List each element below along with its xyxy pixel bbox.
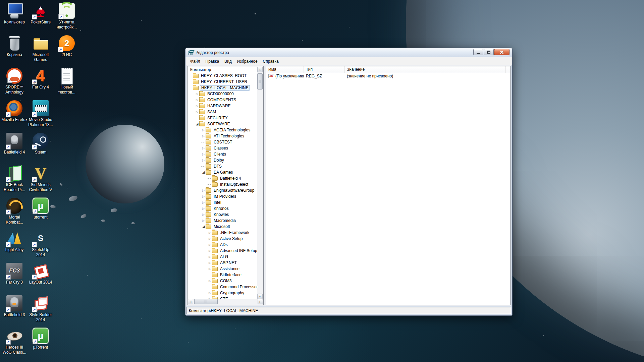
- desktop-icon-recycle-bin[interactable]: Корзина: [1, 35, 28, 57]
- desktop-icon-steam[interactable]: Steam: [28, 133, 54, 155]
- desktop-icon-mutorrent[interactable]: µµTorrent: [28, 328, 54, 350]
- column-header-значение[interactable]: Значение: [345, 66, 506, 73]
- expand-icon[interactable]: ▷: [195, 91, 199, 97]
- tree-item-software[interactable]: ◢SOFTWARE: [188, 121, 257, 127]
- expand-icon[interactable]: ▷: [201, 145, 206, 151]
- tree-item-sam[interactable]: ▷SAM: [188, 109, 257, 115]
- scroll-left-button[interactable]: ◄: [188, 299, 193, 304]
- column-header-имя[interactable]: Имя: [266, 66, 304, 73]
- desktop-icon-utorrent[interactable]: µutorrent: [28, 198, 54, 220]
- menu-item-файл[interactable]: Файл: [187, 58, 203, 65]
- tree-item-intel[interactable]: ▷Intel: [188, 199, 257, 205]
- desktop-icon-utility-settings[interactable]: Утилита настройк...: [54, 3, 80, 29]
- desktop-icon-sketchup-2014[interactable]: SSketchUp 2014: [28, 230, 54, 257]
- expand-icon[interactable]: ▷: [201, 205, 206, 212]
- desktop-icon-far-cry-4[interactable]: 4Far Cry 4: [28, 68, 54, 90]
- menu-item-вид[interactable]: Вид: [222, 58, 234, 65]
- tree-item-hkey-classes-root[interactable]: HKEY_CLASSES_ROOT: [188, 73, 257, 79]
- expand-icon[interactable]: ▷: [208, 230, 212, 236]
- menu-item-справка[interactable]: Справка: [260, 58, 281, 65]
- tree-item-ati-technologies[interactable]: ▷ATI Technologies: [188, 133, 257, 139]
- scroll-up-button[interactable]: ▲: [257, 67, 263, 72]
- maximize-button[interactable]: [484, 49, 494, 55]
- expand-icon[interactable]: ▷: [208, 236, 212, 242]
- desktop-icon-light-alloy[interactable]: Light Alloy: [1, 230, 28, 252]
- tree-item-ea-games[interactable]: ◢EA Games: [188, 169, 257, 175]
- desktop-icon-style-builder-2014[interactable]: Style Builder 2014: [28, 295, 54, 322]
- tree-item-dolby[interactable]: ▷Dolby: [188, 157, 257, 163]
- horizontal-scroll-thumb[interactable]: [194, 299, 218, 304]
- desktop-icon-battlefield-3[interactable]: Battlefield 3: [1, 295, 28, 317]
- collapse-icon[interactable]: ◢: [201, 169, 206, 175]
- desktop-icon-civilization-v[interactable]: VSid Meier's Civilization V: [28, 165, 54, 192]
- expand-icon[interactable]: ▷: [195, 97, 199, 103]
- desktop-icon-microsoft-games[interactable]: Microsoft Games: [28, 35, 54, 62]
- desktop-icon-layout-2014[interactable]: LayOut 2014: [28, 263, 54, 285]
- scroll-right-button[interactable]: ►: [258, 299, 263, 304]
- minimize-button[interactable]: [473, 49, 483, 55]
- tree-item-command-processor[interactable]: Command Processor: [188, 284, 257, 290]
- tree-item-im-providers[interactable]: ▷IM Providers: [188, 193, 257, 199]
- desktop-icon-spore-anthology[interactable]: SPORE™ Anthology: [1, 68, 28, 95]
- tree-item-ageia-technologies[interactable]: ▷AGEIA Technologies: [188, 127, 257, 133]
- tree-item-advanced-inf-setup[interactable]: ▷Advanced INF Setup: [188, 248, 257, 254]
- tree-item-hkey-current-user[interactable]: HKEY_CURRENT_USER: [188, 79, 257, 85]
- collapse-icon[interactable]: ◢: [201, 224, 206, 230]
- tree-item-netframework[interactable]: ▷.NETFramework: [188, 230, 257, 236]
- tree-item-com3[interactable]: ▷COM3: [188, 278, 257, 284]
- expand-icon[interactable]: ▷: [201, 199, 206, 205]
- tree-item-clients[interactable]: ▷Clients: [188, 151, 257, 157]
- tree-item-macromedia[interactable]: ▷Macromedia: [188, 218, 257, 224]
- expand-icon[interactable]: ▷: [208, 278, 212, 284]
- tree-item-hardware[interactable]: ▷HARDWARE: [188, 103, 257, 109]
- expand-icon[interactable]: ▷: [208, 248, 212, 254]
- tree-horizontal-scrollbar[interactable]: ◄ ►: [188, 299, 263, 305]
- tree-item-microsoft[interactable]: ◢Microsoft: [188, 224, 257, 230]
- tree-item-classes[interactable]: ▷Classes: [188, 145, 257, 151]
- tree-item-hkey-local-machine[interactable]: HKEY_LOCAL_MACHINE: [188, 85, 257, 91]
- tree-item-bcd00000000[interactable]: ▷BCD00000000: [188, 91, 257, 97]
- expand-icon[interactable]: ▷: [201, 193, 206, 199]
- tree-item-bidinterface[interactable]: BidInterface: [188, 272, 257, 278]
- desktop-icon-2gis[interactable]: 22ГИС: [54, 35, 80, 57]
- tree-item-cbstest[interactable]: CBSTEST: [188, 139, 257, 145]
- expand-icon[interactable]: ▷: [201, 187, 206, 193]
- tree-item-assistance[interactable]: ▷Assistance: [188, 266, 257, 272]
- desktop-icon-movie-studio[interactable]: Movie Studio Platinum 13...: [28, 100, 54, 127]
- tree-item-khronos[interactable]: ▷Khronos: [188, 205, 257, 212]
- column-header-тип[interactable]: Тип: [304, 66, 345, 73]
- expand-icon[interactable]: ▷: [195, 109, 199, 115]
- expand-icon[interactable]: ▷: [208, 242, 212, 248]
- expand-icon[interactable]: ▷: [208, 260, 212, 266]
- expand-icon[interactable]: ▷: [208, 266, 212, 272]
- tree-item-knowles[interactable]: ▷Knowles: [188, 212, 257, 218]
- tree-item-ctf[interactable]: ▷CTF: [188, 296, 257, 299]
- menu-item-правка[interactable]: Правка: [203, 58, 222, 65]
- desktop-icon-mortal-kombat[interactable]: Mortal Kombat...: [1, 198, 28, 225]
- tree-item-компьютер[interactable]: Компьютер: [188, 67, 257, 73]
- expand-icon[interactable]: ▷: [201, 212, 206, 218]
- expand-icon[interactable]: ▷: [201, 157, 206, 163]
- tree-item-components[interactable]: ▷COMPONENTS: [188, 97, 257, 103]
- tree-item-dts[interactable]: DTS: [188, 163, 257, 169]
- expand-icon[interactable]: ▷: [201, 218, 206, 224]
- tree-item-active-setup[interactable]: ▷Active Setup: [188, 236, 257, 242]
- vertical-scroll-thumb[interactable]: [257, 73, 263, 89]
- desktop-icon-battlefield-4[interactable]: Battlefield 4: [1, 133, 28, 155]
- expand-icon[interactable]: ▷: [195, 103, 199, 109]
- expand-icon[interactable]: ▷: [208, 290, 212, 296]
- desktop-icon-firefox[interactable]: Mozilla Firefox: [1, 100, 28, 122]
- expand-icon[interactable]: ▷: [208, 296, 212, 299]
- tree-vertical-scrollbar[interactable]: ▲ ▼: [257, 67, 263, 299]
- close-button[interactable]: [494, 49, 509, 55]
- expand-icon[interactable]: ▷: [201, 127, 206, 133]
- desktop-icon-pokerstars[interactable]: PokerStars: [28, 3, 54, 25]
- tree-item-alg[interactable]: ▷ALG: [188, 254, 257, 260]
- titlebar[interactable]: Редактор реестра: [185, 48, 512, 57]
- desktop-icon-new-text-doc[interactable]: Новый текстов...: [54, 68, 80, 95]
- scroll-down-button[interactable]: ▼: [257, 294, 263, 299]
- tree-item-cryptography[interactable]: ▷Cryptography: [188, 290, 257, 296]
- tree-item-ads[interactable]: ▷ADs: [188, 242, 257, 248]
- registry-value-row[interactable]: ab(По умолчанию)REG_SZ(значение не присв…: [266, 73, 510, 79]
- tree-item-enigmasoftwaregroup[interactable]: ▷EnigmaSoftwareGroup: [188, 187, 257, 193]
